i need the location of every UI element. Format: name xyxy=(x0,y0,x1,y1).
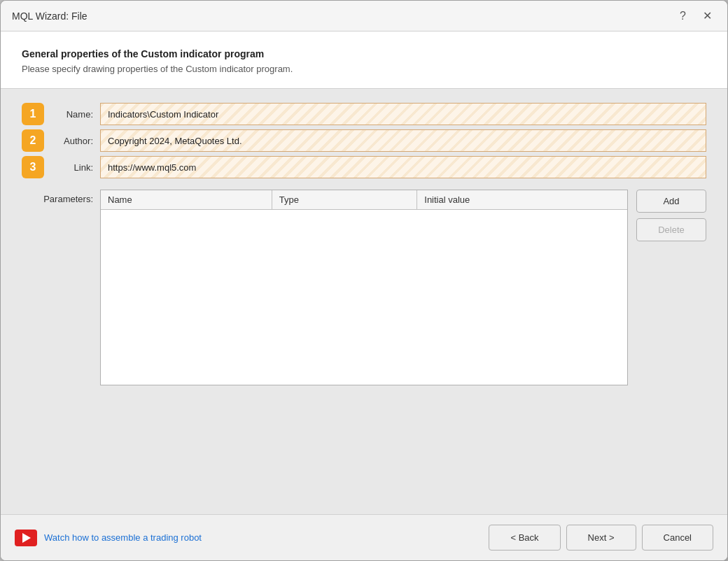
link-input[interactable] xyxy=(100,156,706,178)
next-button[interactable]: Next > xyxy=(566,525,636,551)
title-bar-controls: ? ✕ xyxy=(676,9,716,23)
author-label: Author: xyxy=(44,136,100,146)
parameters-label: Parameters: xyxy=(22,190,100,204)
watch-link[interactable]: Watch how to assemble a trading robot xyxy=(44,532,202,543)
name-input[interactable] xyxy=(100,103,706,125)
close-button[interactable]: ✕ xyxy=(699,9,716,23)
col-value: Initial value xyxy=(417,190,627,209)
header-title: General properties of the Custom indicat… xyxy=(22,48,706,59)
footer: Watch how to assemble a trading robot < … xyxy=(1,514,727,560)
add-button[interactable]: Add xyxy=(636,190,706,213)
author-row: 2 Author: xyxy=(22,129,706,152)
footer-right: < Back Next > Cancel xyxy=(489,525,713,551)
main-content: 1 Name: 2 Author: 3 Link: Parameters: Na xyxy=(1,89,727,514)
parameters-section: Parameters: Name Type Initial value Add … xyxy=(22,190,706,500)
badge-1: 1 xyxy=(22,103,44,125)
play-triangle xyxy=(22,533,31,543)
link-row: 3 Link: xyxy=(22,156,706,178)
name-label: Name: xyxy=(44,109,100,120)
table-body xyxy=(101,210,627,385)
badge-3: 3 xyxy=(22,156,44,178)
footer-left: Watch how to assemble a trading robot xyxy=(15,530,202,546)
youtube-icon xyxy=(15,530,37,546)
dialog-window: MQL Wizard: File ? ✕ General properties … xyxy=(0,0,728,561)
help-button[interactable]: ? xyxy=(676,9,690,23)
col-type: Type xyxy=(272,190,417,209)
delete-button[interactable]: Delete xyxy=(636,218,706,241)
link-label: Link: xyxy=(44,162,100,173)
cancel-button[interactable]: Cancel xyxy=(642,525,713,551)
header-subtitle: Please specify drawing properties of the… xyxy=(22,64,706,74)
back-button[interactable]: < Back xyxy=(489,525,560,551)
header-section: General properties of the Custom indicat… xyxy=(1,31,727,89)
parameters-buttons: Add Delete xyxy=(636,190,706,241)
badge-2: 2 xyxy=(22,129,44,152)
title-bar: MQL Wizard: File ? ✕ xyxy=(1,1,727,31)
name-row: 1 Name: xyxy=(22,103,706,125)
table-header: Name Type Initial value xyxy=(101,190,627,210)
col-name: Name xyxy=(101,190,272,209)
author-input[interactable] xyxy=(100,129,706,152)
parameters-table: Name Type Initial value xyxy=(100,190,628,385)
window-title: MQL Wizard: File xyxy=(12,10,88,22)
